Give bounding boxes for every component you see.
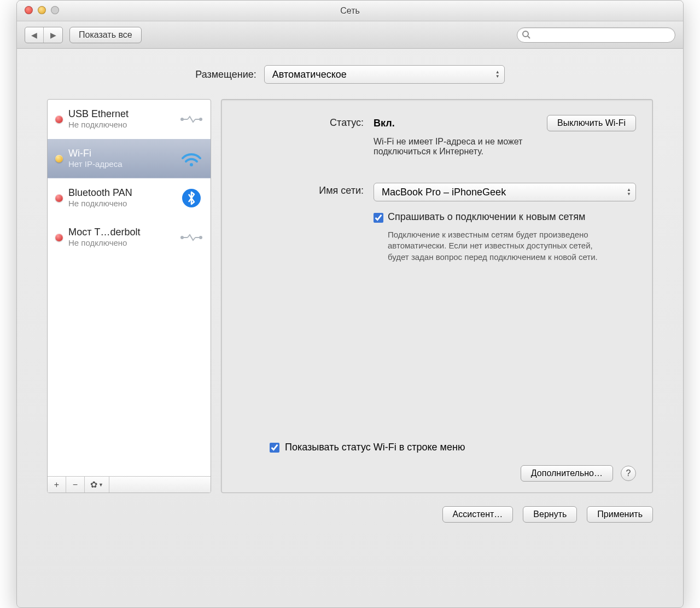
status-label: Статус: bbox=[238, 115, 364, 157]
service-name: USB Ethernet bbox=[68, 108, 174, 120]
service-name: Мост T…derbolt bbox=[68, 226, 174, 239]
toolbar: ◀ ▶ Показать все bbox=[17, 21, 683, 49]
service-usb-ethernet[interactable]: USB Ethernet Не подключено bbox=[48, 100, 211, 139]
ethernet-icon bbox=[180, 108, 203, 131]
service-status: Не подключено bbox=[68, 120, 174, 130]
service-action-menu[interactable]: ✿▼ bbox=[85, 477, 109, 493]
ask-to-join-row: Спрашивать о подключении к новым сетям bbox=[374, 211, 636, 223]
remove-service-button[interactable]: − bbox=[66, 477, 85, 493]
search-wrap bbox=[517, 27, 675, 43]
service-text: USB Ethernet Не подключено bbox=[68, 108, 174, 130]
zoom-window-button[interactable] bbox=[51, 6, 59, 14]
ask-to-join-label: Спрашивать о подключении к новым сетям bbox=[388, 211, 585, 223]
columns: USB Ethernet Не подключено Wi-Fi Нет IP-… bbox=[47, 99, 653, 493]
bluetooth-icon bbox=[180, 187, 203, 210]
help-button[interactable]: ? bbox=[621, 466, 636, 481]
service-thunderbolt-bridge[interactable]: Мост T…derbolt Не подключено bbox=[48, 218, 211, 257]
add-service-button[interactable]: + bbox=[48, 477, 66, 493]
body: Размещение: Автоматическое ▲▼ USB Ethern… bbox=[17, 49, 683, 493]
minimize-window-button[interactable] bbox=[38, 6, 46, 14]
ethernet-icon bbox=[180, 226, 203, 249]
svg-point-4 bbox=[190, 163, 193, 166]
status-row: Статус: Вкл. Выключить Wi-Fi Wi-Fi не им… bbox=[238, 115, 636, 157]
location-value: Автоматическое bbox=[272, 69, 347, 80]
status-dot-icon bbox=[55, 234, 63, 241]
svg-point-7 bbox=[199, 236, 202, 239]
network-name-col: MacBook Pro – iPhoneGeek ▲▼ Спрашивать о… bbox=[374, 183, 636, 263]
network-name-popup[interactable]: MacBook Pro – iPhoneGeek ▲▼ bbox=[374, 183, 636, 201]
forward-button[interactable]: ▶ bbox=[44, 27, 62, 43]
service-bluetooth-pan[interactable]: Bluetooth PAN Не подключено bbox=[48, 178, 211, 218]
service-status: Нет IP-адреса bbox=[68, 159, 174, 170]
svg-line-1 bbox=[528, 36, 530, 38]
service-list: USB Ethernet Не подключено Wi-Fi Нет IP-… bbox=[48, 100, 211, 476]
location-popup[interactable]: Автоматическое ▲▼ bbox=[264, 65, 505, 84]
wifi-icon bbox=[180, 147, 203, 170]
service-text: Wi-Fi Нет IP-адреса bbox=[68, 147, 174, 170]
service-text: Bluetooth PAN Не подключено bbox=[68, 187, 174, 209]
svg-point-6 bbox=[180, 236, 184, 239]
gear-icon: ✿ bbox=[90, 479, 97, 490]
sidebar-toolbar: + − ✿▼ bbox=[48, 476, 211, 493]
svg-point-3 bbox=[199, 118, 202, 121]
ask-to-join-checkbox[interactable] bbox=[374, 213, 383, 223]
footer: Ассистент… Вернуть Применить bbox=[17, 493, 683, 523]
menubar-status-row: Показывать статус Wi-Fi в строке меню bbox=[270, 442, 636, 453]
nav-buttons: ◀ ▶ bbox=[25, 27, 63, 43]
svg-point-0 bbox=[523, 31, 528, 37]
status-note: Wi-Fi не имеет IP-адреса и не может подк… bbox=[374, 137, 581, 157]
service-status: Не подключено bbox=[68, 238, 174, 248]
revert-button[interactable]: Вернуть bbox=[523, 506, 577, 523]
network-prefs-window: Сеть ◀ ▶ Показать все Размещение: Автома… bbox=[16, 0, 684, 608]
detail-panel: Статус: Вкл. Выключить Wi-Fi Wi-Fi не им… bbox=[221, 99, 653, 493]
service-wifi[interactable]: Wi-Fi Нет IP-адреса bbox=[48, 139, 211, 178]
window-controls bbox=[25, 6, 59, 14]
service-name: Bluetooth PAN bbox=[68, 187, 174, 199]
status-dot-icon bbox=[55, 115, 63, 123]
show-menubar-checkbox[interactable] bbox=[270, 443, 279, 453]
search-icon bbox=[522, 30, 530, 40]
window-title: Сеть bbox=[17, 6, 683, 16]
status-dot-icon bbox=[55, 194, 63, 202]
status-value-col: Вкл. Выключить Wi-Fi Wi-Fi не имеет IP-а… bbox=[374, 115, 636, 157]
ask-to-join-help: Подключение к известным сетям будет прои… bbox=[388, 229, 612, 263]
network-name-value: MacBook Pro – iPhoneGeek bbox=[382, 187, 506, 198]
toggle-wifi-button[interactable]: Выключить Wi-Fi bbox=[547, 115, 636, 131]
status-value: Вкл. bbox=[374, 118, 395, 129]
show-menubar-label: Показывать статус Wi-Fi в строке меню bbox=[285, 442, 465, 453]
advanced-button[interactable]: Дополнительно… bbox=[521, 465, 613, 482]
chevron-down-icon: ▼ bbox=[98, 482, 103, 488]
chevron-updown-icon: ▲▼ bbox=[495, 70, 500, 79]
sidebar: USB Ethernet Не подключено Wi-Fi Нет IP-… bbox=[47, 99, 211, 493]
service-status: Не подключено bbox=[68, 199, 174, 209]
status-line: Вкл. Выключить Wi-Fi bbox=[374, 115, 636, 131]
assistant-button[interactable]: Ассистент… bbox=[442, 506, 514, 523]
advanced-row: Дополнительно… ? bbox=[238, 465, 636, 482]
close-window-button[interactable] bbox=[25, 6, 33, 14]
location-label: Размещение: bbox=[195, 69, 256, 80]
back-button[interactable]: ◀ bbox=[25, 27, 44, 43]
apply-button[interactable]: Применить bbox=[587, 506, 653, 523]
search-input[interactable] bbox=[517, 27, 675, 43]
svg-point-2 bbox=[180, 118, 184, 121]
status-dot-icon bbox=[55, 155, 63, 163]
service-text: Мост T…derbolt Не подключено bbox=[68, 226, 174, 248]
show-all-button[interactable]: Показать все bbox=[69, 27, 142, 43]
location-row: Размещение: Автоматическое ▲▼ bbox=[47, 65, 653, 84]
spacer bbox=[238, 273, 636, 437]
service-name: Wi-Fi bbox=[68, 147, 174, 160]
titlebar: Сеть bbox=[17, 1, 683, 21]
network-name-label: Имя сети: bbox=[238, 183, 364, 263]
chevron-updown-icon: ▲▼ bbox=[627, 188, 631, 196]
network-name-row: Имя сети: MacBook Pro – iPhoneGeek ▲▼ Сп… bbox=[238, 183, 636, 263]
